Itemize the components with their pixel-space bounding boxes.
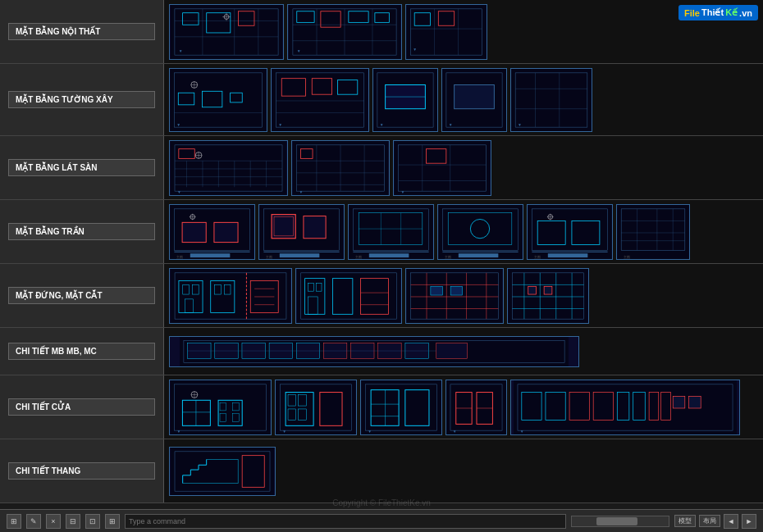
cad-thumb-2-5[interactable]: ▼ xyxy=(510,68,592,132)
cad-thumb-3-3[interactable]: ▼ xyxy=(393,140,491,196)
statusbar-icon-4[interactable]: ⊟ xyxy=(66,514,80,529)
statusbar-icon-1[interactable]: ⊞ xyxy=(7,514,21,529)
cad-thumb-4-5[interactable]: 主图 xyxy=(527,204,613,260)
svg-text:▼: ▼ xyxy=(177,430,181,434)
label-cell-8: CHI TIẾT THANG xyxy=(0,439,164,502)
content-cell-3: ▼ ▼ xyxy=(164,136,763,199)
label-mat-bang-noi-that: MẶT BẰNG NỘI THẤT xyxy=(8,23,155,40)
cad-thumb-1-2[interactable]: ▼ xyxy=(287,4,402,60)
logo-ke: Kế xyxy=(725,7,738,18)
row-mat-bang-tran: MẶT BẰNG TRẦN 主图 xyxy=(0,200,763,264)
svg-rect-263 xyxy=(673,396,685,408)
label-chi-tiet-thang: CHI TIẾT THANG xyxy=(8,462,155,480)
row-chi-tiet-cua: CHI TIẾT CỬA xyxy=(0,375,763,439)
cad-thumb-4-2[interactable]: 主图 xyxy=(258,204,345,260)
svg-text:▼: ▼ xyxy=(449,123,453,127)
cad-thumb-5-3[interactable] xyxy=(405,268,504,324)
svg-rect-61 xyxy=(511,69,591,131)
cad-thumb-1-1[interactable]: ▼ xyxy=(169,4,284,60)
cad-thumb-2-1[interactable]: ▼ xyxy=(169,68,267,132)
svg-text:▼: ▼ xyxy=(278,123,282,127)
statusbar-icon-6[interactable]: ⊞ xyxy=(105,514,120,529)
svg-rect-108 xyxy=(182,222,206,242)
cad-thumb-7-5[interactable]: ▼ xyxy=(510,380,740,435)
cad-thumb-7-3[interactable]: ▼ xyxy=(360,380,442,435)
cad-thumb-2-2[interactable]: ▼ xyxy=(271,68,369,132)
statusbar-nav-2[interactable]: ► xyxy=(742,514,756,529)
svg-rect-201 xyxy=(544,286,552,294)
svg-text:▼: ▼ xyxy=(413,48,417,52)
cad-thumb-4-6[interactable]: 主图 xyxy=(616,204,690,260)
cad-thumb-7-1[interactable]: ▼ xyxy=(169,380,272,435)
statusbar-btn-layout[interactable]: 布局 xyxy=(699,515,720,527)
content-cell-6 xyxy=(164,328,763,375)
svg-rect-156 xyxy=(171,269,290,323)
row-mat-bang-tuong-xay: MẶT BẰNG TƯỜNG XÂY ▼ xyxy=(0,64,763,136)
logo-domain: .vn xyxy=(739,8,752,18)
label-mat-bang-tuong-xay: MẶT BẰNG TƯỜNG XÂY xyxy=(8,91,155,108)
label-cell-3: MẶT BẰNG LÁT SÀN xyxy=(0,136,164,199)
statusbar: ⊞ ✎ × ⊟ ⊡ ⊞ 模型 布局 ◄ ► xyxy=(0,509,763,532)
svg-text:主图: 主图 xyxy=(445,255,451,259)
svg-rect-34 xyxy=(171,69,267,131)
cad-thumb-8-1[interactable] xyxy=(169,447,276,496)
row-mat-dung-mat-cat: MẶT ĐỨNG, MẶT CẮT xyxy=(0,264,763,328)
label-mat-bang-tran: MẶT BẰNG TRẦN xyxy=(8,223,155,240)
row-chi-tiet-mb: CHI TIẾT MB MB, MC xyxy=(0,328,763,375)
logo-file: File xyxy=(684,8,700,18)
cad-thumb-3-2[interactable]: ▼ xyxy=(291,140,390,196)
cad-thumb-5-1[interactable] xyxy=(169,268,292,324)
label-cell-1: MẶT BẰNG NỘI THẤT xyxy=(0,0,164,63)
command-input[interactable] xyxy=(125,514,566,529)
cad-thumb-5-2[interactable] xyxy=(295,268,402,324)
svg-rect-189 xyxy=(431,286,443,295)
svg-rect-180 xyxy=(407,269,502,323)
svg-text:主图: 主图 xyxy=(534,255,541,259)
logo-thiet: Thiết xyxy=(701,7,724,18)
label-chi-tiet-mb: CHI TIẾT MB MB, MC xyxy=(8,343,155,360)
svg-text:▼: ▼ xyxy=(401,190,405,194)
statusbar-nav-1[interactable]: ◄ xyxy=(724,514,738,529)
svg-text:主图: 主图 xyxy=(355,255,362,259)
svg-rect-200 xyxy=(528,286,537,294)
cad-thumb-1-3[interactable]: ▼ xyxy=(405,4,487,60)
horizontal-scrollbar[interactable] xyxy=(571,516,669,527)
cad-thumb-6-1[interactable] xyxy=(169,336,579,367)
svg-rect-253 xyxy=(514,380,737,434)
row-mat-bang-lat-san: MẶT BẰNG LÁT SÀN xyxy=(0,136,763,200)
statusbar-icon-2[interactable]: ✎ xyxy=(26,514,41,529)
svg-rect-266 xyxy=(171,448,274,495)
content-cell-2: ▼ ▼ xyxy=(164,64,763,135)
cad-thumb-7-2[interactable]: ▼ xyxy=(275,380,357,435)
svg-rect-147 xyxy=(617,205,688,259)
svg-rect-264 xyxy=(689,396,701,408)
svg-rect-191 xyxy=(508,269,587,323)
svg-text:▼: ▼ xyxy=(299,190,304,194)
svg-text:▼: ▼ xyxy=(282,430,286,434)
cad-thumb-4-3[interactable]: 主图 xyxy=(348,204,434,260)
statusbar-icon-5[interactable]: ⊡ xyxy=(85,514,100,529)
label-cell-7: CHI TIẾT CỬA xyxy=(0,375,164,439)
statusbar-icon-3[interactable]: × xyxy=(46,514,61,529)
svg-text:主图: 主图 xyxy=(176,255,183,259)
cad-thumb-4-1[interactable]: 主图 xyxy=(169,204,255,260)
svg-text:▼: ▼ xyxy=(297,49,301,53)
cad-thumb-2-4[interactable]: ▼ xyxy=(441,68,507,132)
content-cell-5 xyxy=(164,264,763,327)
label-mat-bang-lat-san: MẶT BẰNG LÁT SÀN xyxy=(8,159,155,176)
cad-thumb-7-4[interactable]: ▼ xyxy=(445,380,507,435)
cad-thumb-4-4[interactable]: 主图 xyxy=(437,204,523,260)
cad-thumb-2-3[interactable]: ▼ xyxy=(372,68,438,132)
statusbar-btn-model[interactable]: 模型 xyxy=(674,515,696,527)
svg-rect-119 xyxy=(280,253,320,257)
cad-thumb-3-1[interactable]: ▼ xyxy=(169,140,288,196)
svg-rect-59 xyxy=(455,84,495,108)
svg-rect-229 xyxy=(276,380,355,434)
label-mat-dung-mat-cat: MẶT ĐỨNG, MẶT CẮT xyxy=(8,287,155,304)
svg-text:▼: ▼ xyxy=(368,430,372,434)
label-cell-4: MẶT BẰNG TRẦN xyxy=(0,200,164,263)
svg-text:主图: 主图 xyxy=(266,255,272,259)
label-cell-6: CHI TIẾT MB MB, MC xyxy=(0,328,164,375)
scrollbar-thumb[interactable] xyxy=(596,517,637,525)
cad-thumb-5-4[interactable] xyxy=(507,268,589,324)
